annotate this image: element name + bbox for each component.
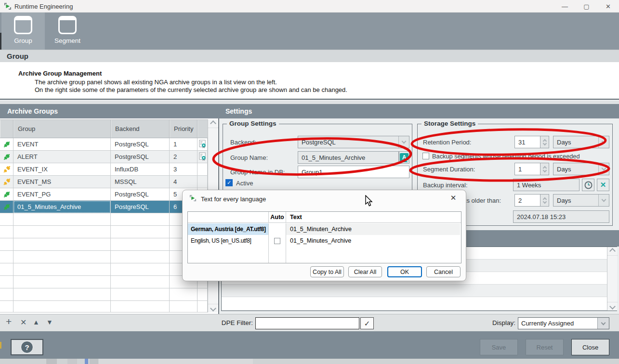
maximize-button[interactable]: ▢: [576, 0, 597, 13]
segment-duration-input[interactable]: 1: [514, 163, 540, 175]
backend-label: Backend:: [230, 139, 256, 146]
table-header: Group Backend Priority: [0, 119, 208, 138]
main-toolbar: Group Segment: [0, 13, 619, 50]
storage-settings-title: Storage Settings: [421, 120, 478, 127]
close-panel-button[interactable]: Close: [571, 339, 609, 355]
segment-icon: [58, 16, 77, 34]
table-row[interactable]: ALERT PostgreSQL 2: [0, 151, 208, 163]
auto-checkbox[interactable]: [274, 238, 280, 244]
empty-table-row: [0, 276, 208, 288]
add-icon[interactable]: +: [6, 316, 12, 327]
cell-priority: 1: [170, 138, 198, 151]
scroll-down-button[interactable]: [607, 302, 618, 311]
scroll-down-button[interactable]: [208, 304, 218, 312]
table-row[interactable]: EVENT_MS MSSQL 4: [0, 176, 208, 188]
backup-segments-checkbox[interactable]: [422, 153, 429, 159]
chevron-down-icon: [598, 136, 609, 148]
close-icon: ✕: [450, 194, 457, 202]
group-settings-title: Group Settings: [227, 120, 279, 127]
language-cell[interactable]: English, US [en_US.utf8]: [188, 235, 269, 247]
table-row[interactable]: EVENT_PG PostgreSQL 5: [0, 188, 208, 201]
toolbar-group-button[interactable]: Group: [1, 13, 45, 50]
display-dropdown[interactable]: Currently Assigned: [518, 317, 609, 329]
description-heading: Archive Group Management: [18, 70, 102, 77]
app-logo-icon: [4, 2, 12, 10]
toolbar-segment-button[interactable]: Segment: [45, 13, 90, 50]
group-name-db-label: Group Name in DB:: [230, 169, 285, 176]
connected-plug-icon: [3, 203, 11, 211]
empty-list-row: [222, 297, 607, 311]
delete-icon[interactable]: ✕: [20, 318, 26, 327]
clear-interval-button[interactable]: ✕: [597, 179, 609, 191]
table-row-selected[interactable]: 01_5_Minutes_Archive PostgreSQL 6: [0, 201, 208, 213]
empty-table-row: [0, 213, 208, 226]
older-than-unit-dropdown[interactable]: Days: [553, 194, 609, 207]
action-bar: ? Save Reset Close: [0, 331, 619, 359]
retention-unit-dropdown[interactable]: Days: [553, 136, 609, 148]
list-scrollbar[interactable]: [607, 247, 617, 311]
segment-spinner[interactable]: [540, 163, 549, 175]
column-header-backend[interactable]: Backend: [111, 120, 170, 138]
connected-plug-icon: [3, 153, 11, 161]
scroll-up-button[interactable]: [607, 247, 618, 256]
translate-button[interactable]: A: [399, 151, 409, 164]
cell-priority: 4: [170, 176, 198, 188]
reset-button[interactable]: Reset: [526, 339, 564, 355]
auto-cell: [269, 223, 286, 235]
check-icon: ✓: [364, 319, 370, 328]
text-cell[interactable]: 01_5_Minuten_Archive: [286, 223, 460, 235]
dialog-close-button[interactable]: ✕: [448, 193, 459, 203]
column-header-auto: Auto: [269, 212, 286, 222]
cell-backend: PostgreSQL: [111, 201, 170, 213]
retention-period-input[interactable]: 31: [514, 136, 540, 148]
scroll-up-button[interactable]: [208, 119, 218, 128]
certificate-icon: [199, 140, 206, 149]
segment-unit-dropdown[interactable]: Days: [553, 163, 609, 175]
backend-dropdown[interactable]: PostgreSQL: [298, 136, 409, 148]
apply-filter-button[interactable]: ✓: [360, 317, 374, 329]
table-row[interactable]: EVENT PostgreSQL 1: [0, 138, 208, 151]
text-cell[interactable]: 01_5_Minutes_Archive: [286, 235, 460, 247]
backup-segments-label: Backup segments whose retention period i…: [432, 153, 580, 160]
active-checkbox[interactable]: ✓: [225, 179, 233, 186]
empty-table-row: [0, 226, 208, 238]
column-header-priority[interactable]: Priority: [170, 120, 198, 138]
help-button[interactable]: ?: [11, 339, 43, 355]
backup-interval-label: Backup interval:: [423, 182, 468, 189]
cancel-button[interactable]: Cancel: [426, 266, 461, 277]
disconnected-plug-icon: [3, 178, 11, 186]
language-table: Auto Text German, Austria [de_AT.utf8] 0…: [187, 211, 461, 263]
empty-table-row: [0, 251, 208, 263]
close-button[interactable]: ✕: [597, 0, 619, 13]
clear-all-button[interactable]: Clear All: [348, 266, 382, 277]
save-button[interactable]: Save: [480, 339, 518, 355]
ok-button[interactable]: OK: [387, 266, 422, 277]
x-icon: ✕: [600, 181, 606, 189]
clock-icon: [584, 181, 593, 189]
dpe-filter-input[interactable]: [255, 317, 359, 329]
language-cell[interactable]: German, Austria [de_AT.utf8]: [188, 223, 269, 235]
group-name-db-field[interactable]: Group1: [298, 166, 409, 178]
move-down-icon[interactable]: ▼: [46, 318, 53, 326]
minimize-button[interactable]: —: [554, 0, 576, 13]
cell-group: ALERT: [13, 151, 111, 163]
language-row[interactable]: English, US [en_US.utf8] 01_5_Minutes_Ar…: [188, 235, 461, 247]
move-up-icon[interactable]: ▲: [33, 318, 40, 326]
connected-plug-icon: [3, 141, 11, 148]
column-header-group[interactable]: Group: [13, 120, 111, 138]
app-logo-icon: [189, 195, 197, 202]
retention-spinner[interactable]: [540, 136, 549, 148]
translate-icon: A: [400, 153, 408, 162]
language-row-selected[interactable]: German, Austria [de_AT.utf8] 01_5_Minute…: [188, 223, 461, 235]
certificate-icon: [199, 152, 206, 161]
group-name-field[interactable]: 01_5_Minutes_Archive: [298, 151, 399, 164]
active-label: Active: [236, 180, 253, 187]
older-than-spinner[interactable]: [540, 194, 549, 207]
cell-group: 01_5_Minutes_Archive: [13, 201, 111, 213]
copy-to-all-button[interactable]: Copy to All: [310, 266, 344, 277]
clock-button[interactable]: [582, 179, 594, 191]
section-title: Group: [7, 52, 28, 60]
title-bar: Runtime Engineering — ▢ ✕: [0, 0, 619, 13]
older-than-input[interactable]: 2: [514, 194, 540, 207]
table-row[interactable]: EVENT_IX InfluxDB 3: [0, 163, 208, 176]
